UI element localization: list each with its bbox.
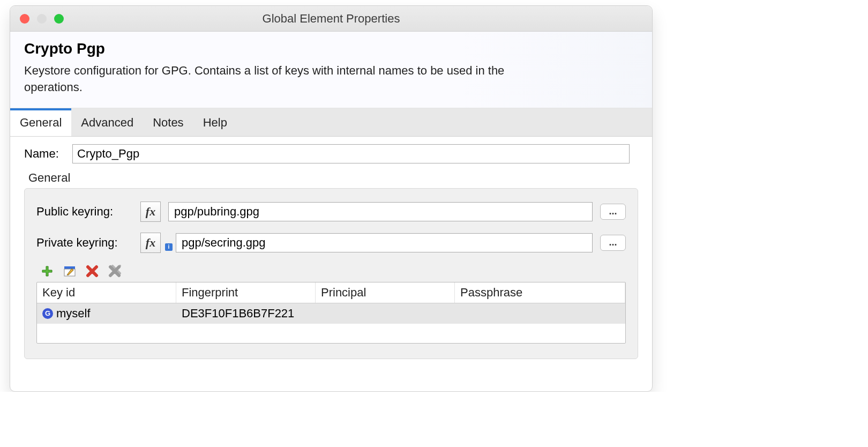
window-title: Global Element Properties: [10, 12, 652, 26]
browse-private-keyring-button[interactable]: ...: [600, 235, 626, 251]
public-keyring-label: Public keyring:: [36, 205, 133, 219]
keys-table: Key id Fingerprint Principal Passphrase …: [36, 282, 626, 344]
tab-advanced[interactable]: Advanced: [71, 108, 143, 136]
window-controls: [20, 14, 64, 24]
general-section-label: General: [28, 171, 638, 185]
tab-help[interactable]: Help: [193, 108, 237, 136]
column-principal[interactable]: Principal: [316, 282, 455, 303]
page-description: Keystore configuration for GPG. Contains…: [24, 63, 528, 96]
dialog-window: Global Element Properties Crypto Pgp Key…: [10, 5, 653, 392]
public-keyring-input[interactable]: [168, 202, 593, 221]
dialog-header: Crypto Pgp Keystore configuration for GP…: [10, 32, 652, 108]
keys-toolbar: [40, 264, 626, 279]
tab-notes[interactable]: Notes: [143, 108, 193, 136]
cell-key-id: G myself: [37, 303, 176, 324]
column-key-id[interactable]: Key id: [37, 282, 176, 303]
tab-general[interactable]: General: [10, 108, 71, 136]
private-keyring-row: Private keyring: fx i ...: [36, 233, 626, 253]
edit-key-button[interactable]: [62, 264, 77, 279]
tab-bar: General Advanced Notes Help: [10, 108, 652, 137]
key-row-icon: G: [42, 308, 53, 319]
delete-key-button[interactable]: [85, 264, 100, 279]
table-header: Key id Fingerprint Principal Passphrase: [37, 282, 625, 303]
cell-principal: [316, 303, 455, 324]
titlebar: Global Element Properties: [10, 6, 652, 32]
add-key-button[interactable]: [40, 264, 55, 279]
info-icon: i: [165, 243, 173, 251]
cell-passphrase: [455, 303, 625, 324]
name-label: Name:: [24, 147, 72, 161]
cell-fingerprint: DE3F10F1B6B7F221: [176, 303, 316, 324]
cell-key-id-text: myself: [56, 307, 91, 321]
private-keyring-label: Private keyring:: [36, 236, 133, 250]
column-passphrase[interactable]: Passphrase: [455, 282, 625, 303]
table-row[interactable]: G myself DE3F10F1B6B7F221: [37, 303, 625, 324]
minimize-window-button[interactable]: [37, 14, 47, 24]
delete-all-keys-button[interactable]: [107, 264, 122, 279]
private-keyring-input[interactable]: [176, 233, 593, 252]
fx-button-public-keyring[interactable]: fx: [140, 202, 161, 222]
table-empty-space: [37, 324, 625, 343]
public-keyring-row: Public keyring: fx ...: [36, 202, 626, 222]
svg-rect-0: [64, 266, 75, 269]
name-input[interactable]: [72, 144, 630, 163]
general-section: Public keyring: fx ... Private keyring: …: [24, 188, 638, 359]
maximize-window-button[interactable]: [54, 14, 64, 24]
fx-button-private-keyring[interactable]: fx: [140, 233, 161, 253]
name-row: Name:: [24, 144, 638, 163]
content-area: Name: General Public keyring: fx ... Pri…: [10, 137, 652, 391]
page-title: Crypto Pgp: [24, 40, 638, 57]
browse-public-keyring-button[interactable]: ...: [600, 204, 626, 220]
close-window-button[interactable]: [20, 14, 29, 24]
column-fingerprint[interactable]: Fingerprint: [176, 282, 316, 303]
